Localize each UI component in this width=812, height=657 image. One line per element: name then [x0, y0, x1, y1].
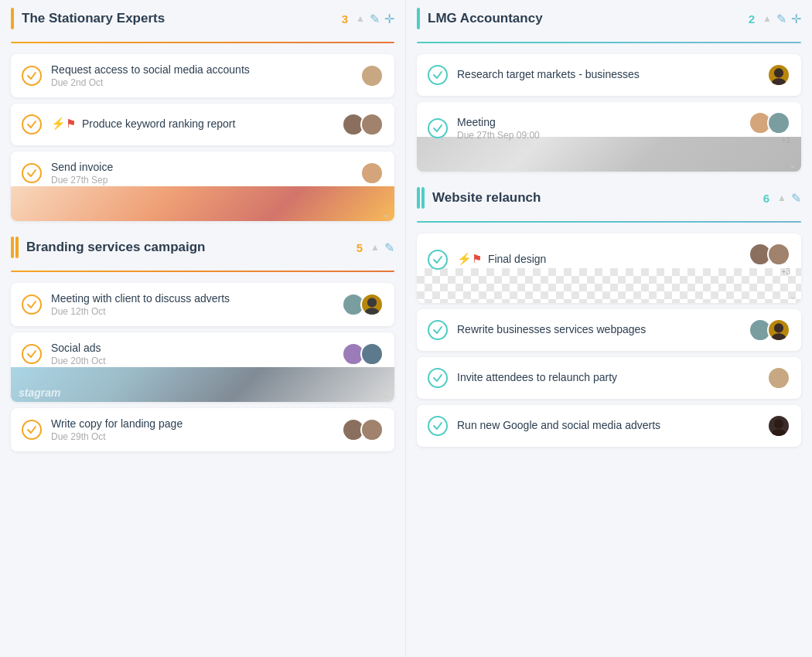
header-actions: 2 ▲ ✎ ✛	[749, 12, 801, 26]
svg-point-31	[752, 333, 767, 340]
avatar	[767, 318, 790, 342]
section-divider	[11, 42, 394, 43]
svg-point-32	[774, 323, 783, 332]
task-checkbox[interactable]	[22, 66, 42, 86]
task-avatars	[342, 418, 384, 441]
task-info: Rewrite businesses services webpages	[457, 323, 742, 337]
collapse-arrow[interactable]: ▲	[777, 192, 786, 203]
task-card[interactable]: Invite attendees to relaunch party	[417, 357, 801, 399]
edit-icon[interactable]: ✎	[370, 12, 380, 26]
svg-point-34	[774, 371, 783, 380]
collapse-arrow[interactable]: ▲	[356, 13, 365, 24]
section-indicator	[417, 8, 420, 29]
task-checkbox[interactable]	[22, 163, 42, 183]
section-branding: Branding services campaign 5 ▲ ✎ Meeting…	[11, 237, 394, 451]
svg-point-28	[774, 247, 783, 257]
task-title: Invite attendees to relaunch party	[457, 371, 761, 383]
section-indicator-double	[417, 187, 425, 209]
right-column: LMG Accountancy 2 ▲ ✎ ✛ Research target …	[406, 0, 812, 657]
section-title-relaunch: Website relaunch	[432, 190, 763, 206]
section-title-branding: Branding services campaign	[26, 240, 357, 255]
task-checkbox[interactable]	[428, 416, 448, 436]
task-info: Send invoice Due 27th Sep	[51, 161, 354, 186]
task-avatars	[342, 293, 384, 316]
card-content: Rewrite businesses services webpages	[428, 318, 790, 342]
collapse-arrow[interactable]: ▲	[763, 13, 772, 24]
task-card[interactable]: Write copy for landing page Due 29th Oct	[11, 408, 394, 451]
svg-point-12	[349, 347, 358, 356]
svg-point-9	[346, 308, 360, 315]
task-title: Run new Google and social media adverts	[457, 419, 761, 431]
avatar	[767, 111, 790, 134]
avatar	[360, 113, 384, 136]
task-card[interactable]: Send invoice Due 27th Sep ⌄	[11, 151, 394, 221]
svg-point-3	[346, 128, 360, 134]
section-header-lmg: LMG Accountancy 2 ▲ ✎ ✛	[417, 8, 801, 34]
header-actions: 3 ▲ ✎ ✛	[342, 12, 394, 26]
task-due: Due 12th Oct	[51, 306, 336, 317]
task-checkbox[interactable]	[428, 368, 448, 388]
task-checkbox[interactable]	[428, 65, 448, 85]
task-avatars	[360, 162, 384, 185]
edit-icon[interactable]: ✎	[384, 240, 394, 255]
task-avatars: +1	[749, 111, 790, 145]
task-title: Meeting	[457, 116, 742, 128]
task-card[interactable]: Social ads Due 20th Oct stagram ⌄	[11, 332, 394, 402]
task-card[interactable]: Meeting with client to discuss adverts D…	[11, 283, 394, 326]
svg-point-5	[364, 128, 379, 134]
section-divider	[417, 42, 801, 43]
task-due: Due 27th Sep 09:00	[457, 130, 742, 141]
collapse-arrow[interactable]: ▲	[370, 242, 380, 253]
task-checkbox[interactable]	[428, 250, 448, 270]
svg-point-23	[752, 126, 767, 133]
task-checkbox[interactable]	[428, 320, 448, 340]
svg-point-18	[367, 423, 377, 432]
edit-icon[interactable]: ✎	[776, 12, 786, 26]
svg-point-25	[771, 126, 786, 133]
svg-point-4	[367, 117, 377, 127]
card-content: Meeting Due 27th Sep 09:00 +1	[428, 111, 790, 145]
avatar	[360, 64, 384, 87]
card-content: ⚡⚑ Final design +3	[428, 243, 790, 276]
svg-point-33	[771, 333, 786, 340]
task-avatars	[749, 318, 790, 342]
section-website-relaunch: Website relaunch 6 ▲ ✎ ⚡⚑ Final d	[417, 187, 801, 447]
task-title: ⚡⚑ Final design	[457, 252, 742, 266]
svg-point-6	[367, 166, 377, 175]
task-checkbox[interactable]	[22, 114, 42, 134]
section-indicator-double	[11, 237, 19, 258]
card-content: Invite attendees to relaunch party	[428, 366, 790, 390]
task-checkbox[interactable]	[22, 420, 42, 440]
avatar	[767, 243, 790, 266]
task-card[interactable]: Run new Google and social media adverts	[417, 405, 801, 447]
task-title: Send invoice	[51, 161, 354, 173]
task-info: Meeting Due 27th Sep 09:00	[457, 116, 742, 141]
svg-point-27	[752, 257, 767, 264]
task-card[interactable]: Meeting Due 27th Sep 09:00 +1	[417, 102, 801, 172]
task-card[interactable]: Rewrite businesses services webpages	[417, 309, 801, 351]
task-checkbox[interactable]	[22, 344, 42, 364]
task-card[interactable]: Research target markets - businesses	[417, 54, 801, 96]
svg-point-24	[774, 116, 783, 125]
card-content: Request access to social media accounts …	[22, 63, 384, 88]
section-count: 6	[763, 192, 769, 205]
task-due: Due 2nd Oct	[51, 77, 354, 88]
task-title: Social ads	[51, 342, 336, 354]
section-divider	[417, 221, 801, 223]
task-card[interactable]: ⚡⚑ Final design +3	[417, 233, 801, 303]
task-checkbox[interactable]	[428, 118, 448, 138]
task-info: Social ads Due 20th Oct	[51, 342, 336, 366]
edit-icon[interactable]: ✎	[791, 191, 801, 206]
task-avatars	[767, 63, 790, 87]
add-icon[interactable]: ✛	[791, 12, 801, 26]
card-content: Meeting with client to discuss adverts D…	[22, 292, 384, 317]
task-card[interactable]: ⚡⚑ Produce keyword ranking report	[11, 104, 394, 145]
task-info: ⚡⚑ Final design	[457, 252, 742, 267]
svg-point-29	[771, 257, 786, 264]
task-checkbox[interactable]	[22, 294, 42, 315]
card-content: Run new Google and social media adverts	[428, 414, 790, 437]
task-due: Due 20th Oct	[51, 356, 336, 366]
add-icon[interactable]: ✛	[384, 12, 394, 26]
task-card[interactable]: Request access to social media accounts …	[11, 54, 394, 97]
task-info: Run new Google and social media adverts	[457, 419, 761, 433]
